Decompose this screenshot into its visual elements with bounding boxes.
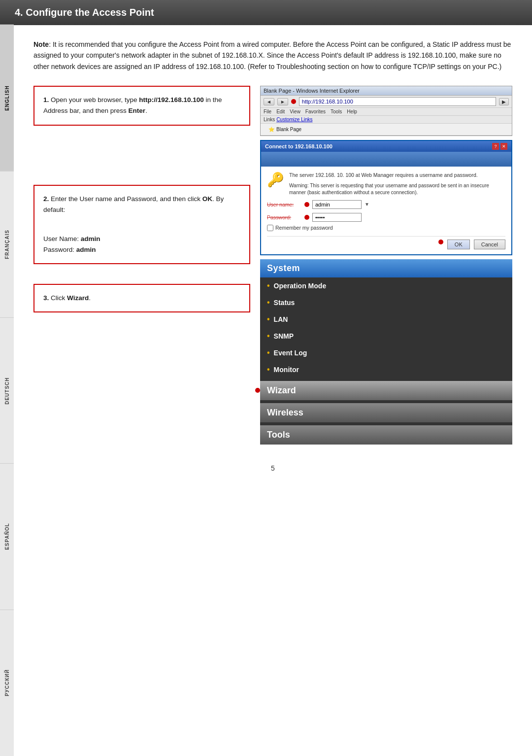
password-label: Password:: [267, 214, 301, 220]
bullet-event-log: •: [267, 348, 270, 357]
username-input[interactable]: [312, 200, 362, 209]
annotation-dot-password: [304, 215, 309, 220]
wireless-button[interactable]: Wireless: [260, 403, 512, 422]
dropdown-arrow-username[interactable]: ▼: [365, 202, 369, 207]
annotation-dot-address: [291, 99, 296, 104]
menu-file[interactable]: File: [264, 109, 271, 114]
tools-button[interactable]: Tools: [260, 425, 512, 445]
annotation-dot-username: [304, 202, 309, 207]
note-label: Note: [33, 40, 49, 48]
menu-item-event-log[interactable]: • Event Log: [260, 344, 512, 361]
lang-espanol[interactable]: ESPAÑOL: [0, 463, 14, 610]
wizard-button[interactable]: Wizard: [260, 381, 512, 400]
system-menu-header: System: [260, 259, 512, 277]
username-label: User name:: [267, 202, 301, 207]
annotation-dot-wizard: [255, 388, 260, 393]
dialog-blue-header: [261, 152, 511, 167]
steps-layout: 1. Open your web browser, type http://19…: [33, 86, 512, 445]
password-input[interactable]: [312, 213, 362, 222]
main-content: Note: It is recommended that you configu…: [14, 25, 532, 502]
dialog-warning-text: Warning: This server is requesting that …: [289, 182, 505, 196]
password-field-row: Password:: [267, 213, 505, 222]
lang-francais[interactable]: FRANÇAIS: [0, 171, 14, 317]
page-header: 4. Configure the Access Point: [0, 0, 532, 25]
dialog-icon-row: 🔑 The server 192.168. 10. 100 at Web Man…: [267, 172, 505, 196]
dialog-body: 🔑 The server 192.168. 10. 100 at Web Man…: [261, 152, 511, 254]
menu-item-lan[interactable]: • LAN: [260, 311, 512, 328]
left-column: 1. Open your web browser, type http://19…: [33, 86, 250, 312]
cancel-button[interactable]: Cancel: [474, 240, 505, 249]
dialog-titlebar: Connect to 192.168.10.100 ? ✕: [261, 141, 511, 152]
step1-text: 1. Open your web browser, type http://19…: [43, 95, 240, 117]
remember-password-row: Remember my password: [267, 225, 505, 231]
bullet-lan: •: [267, 315, 270, 324]
browser-go-button[interactable]: ▶: [499, 98, 509, 105]
page-number: 5: [271, 464, 275, 472]
menu-item-operation-mode[interactable]: • Operation Mode: [260, 277, 512, 294]
browser-toolbar: ◄ ► ▶: [261, 96, 512, 108]
dialog-buttons: OK Cancel: [267, 236, 505, 249]
annotation-dot-ok: [438, 240, 443, 244]
ok-button[interactable]: OK: [447, 240, 470, 249]
username-field-row: User name: ▼: [267, 200, 505, 209]
lang-english[interactable]: ENGLISH: [0, 25, 14, 171]
browser-titlebar: Blank Page - Windows Internet Explorer: [261, 86, 512, 96]
browser-screenshot: Blank Page - Windows Internet Explorer ◄…: [260, 86, 512, 136]
language-sidebar: ENGLISH FRANÇAIS DEUTSCH ESPAÑOL РУССКИЙ: [0, 25, 14, 756]
dialog-help-button[interactable]: ?: [492, 143, 499, 150]
menu-edit[interactable]: Edit: [276, 109, 285, 114]
right-column: Blank Page - Windows Internet Explorer ◄…: [260, 86, 512, 445]
browser-menu-bar: File Edit View Favorites Tools Help: [261, 108, 512, 116]
bullet-operation-mode: •: [267, 281, 270, 290]
step1-box: 1. Open your web browser, type http://19…: [33, 86, 250, 126]
step3-text: 3. Click Wizard.: [43, 293, 240, 304]
step2-text: 2. Enter the User name and Password, and…: [43, 194, 240, 216]
browser-back-button[interactable]: ◄: [264, 98, 274, 105]
remember-label: Remember my password: [275, 225, 333, 231]
bullet-monitor: •: [267, 365, 270, 374]
bullet-snmp: •: [267, 332, 270, 341]
dialog-close-button[interactable]: ✕: [500, 143, 507, 150]
lang-deutsch[interactable]: DEUTSCH: [0, 317, 14, 464]
key-icon: 🔑: [267, 172, 284, 188]
remember-checkbox[interactable]: [267, 225, 273, 231]
step2-box: 2. Enter the User name and Password, and…: [33, 185, 250, 264]
browser-address-bar[interactable]: [299, 97, 496, 106]
menu-favorites[interactable]: Favorites: [305, 109, 326, 114]
customize-links[interactable]: Customize Links: [276, 117, 312, 122]
page-title: 4. Configure the Access Point: [15, 7, 154, 18]
menu-item-monitor[interactable]: • Monitor: [260, 361, 512, 378]
system-menu-screenshot: System • Operation Mode • Status • LAN •…: [260, 259, 512, 445]
page-footer: 5: [33, 454, 512, 482]
menu-tools[interactable]: Tools: [331, 109, 342, 114]
step3-box: 3. Click Wizard.: [33, 284, 250, 312]
bullet-status: •: [267, 298, 270, 307]
lang-russian[interactable]: РУССКИЙ: [0, 610, 14, 756]
menu-help[interactable]: Help: [347, 109, 357, 114]
browser-tabs: ⭐ Blank Page: [261, 124, 512, 136]
browser-tab-blank[interactable]: ⭐ Blank Page: [265, 126, 305, 133]
browser-links-bar: Links Customize Links: [261, 116, 512, 124]
dialog-main-text: The server 192.168. 10. 100 at Web Manag…: [289, 172, 505, 179]
dialog-title: Connect to 192.168.10.100: [265, 143, 332, 149]
menu-item-snmp[interactable]: • SNMP: [260, 328, 512, 344]
browser-forward-button[interactable]: ►: [277, 98, 288, 105]
note-paragraph: Note: It is recommended that you configu…: [33, 39, 512, 72]
menu-item-status[interactable]: • Status: [260, 294, 512, 311]
menu-view[interactable]: View: [290, 109, 300, 114]
login-dialog: Connect to 192.168.10.100 ? ✕ 🔑 The serv…: [260, 140, 512, 255]
